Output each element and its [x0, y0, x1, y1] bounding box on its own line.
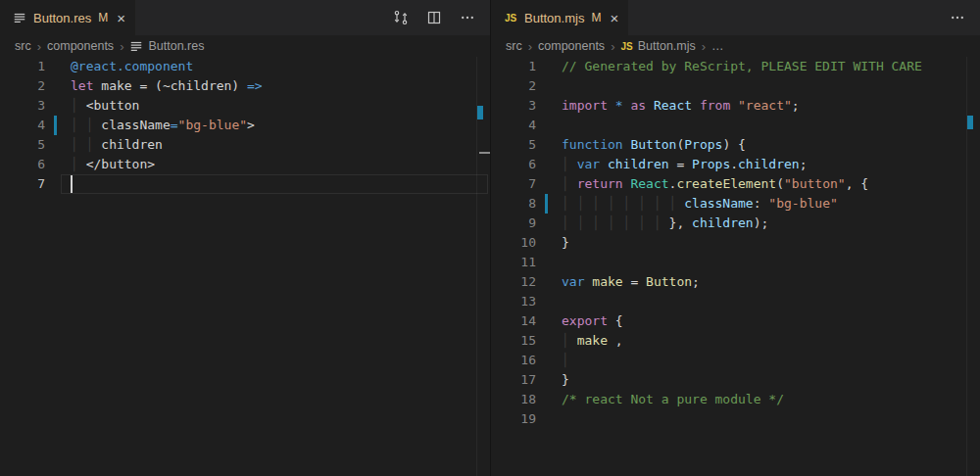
editor-group-left: Button.res M × src›components›Button.res… [0, 0, 490, 476]
editor-actions [949, 0, 980, 35]
line-number: 6 [0, 155, 45, 174]
line-number: 4 [491, 116, 536, 135]
overview-cursor-marker [479, 152, 490, 154]
code-line: 17} [491, 370, 980, 390]
breadcrumb-item[interactable]: src [506, 39, 522, 53]
line-number: 19 [491, 409, 536, 429]
line-number: 18 [491, 390, 536, 409]
line-number: 5 [491, 135, 536, 155]
editor-group-right: JS Button.mjs M × src›components›JSButto… [490, 0, 980, 476]
line-number: 8 [491, 194, 536, 214]
breadcrumb-separator: › [528, 39, 532, 54]
code-line: 10} [491, 233, 980, 253]
modified-badge: M [591, 11, 601, 24]
breadcrumb-item[interactable]: JSButton.mjs [620, 39, 695, 53]
breadcrumb-separator: › [37, 39, 41, 54]
tab-bar: JS Button.mjs M × [491, 0, 980, 35]
line-number: 17 [491, 370, 536, 390]
code-line: 16│ [491, 351, 980, 370]
breadcrumb-separator: › [702, 39, 706, 54]
line-number: 6 [491, 155, 536, 174]
line-number: 2 [491, 76, 536, 96]
line-number: 7 [491, 174, 536, 194]
code-line: 1@react.component [0, 57, 490, 76]
editor-actions [392, 0, 490, 35]
code-line: 6│ </button> [0, 155, 490, 174]
close-icon[interactable]: × [610, 11, 618, 25]
breadcrumb-item[interactable]: … [711, 39, 724, 53]
code-line: 8│ │ │ │ │ │ │ │ className: "bg-blue" [491, 194, 980, 214]
line-number: 15 [491, 331, 536, 351]
breadcrumb-item[interactable]: components [538, 39, 605, 53]
code-line: 6│ var children = Props.children; [491, 155, 980, 174]
line-number: 4 [0, 116, 45, 135]
breadcrumb-item[interactable]: components [47, 39, 114, 53]
line-number: 1 [0, 57, 45, 76]
code-line: 4│ │ className="bg-blue"> [0, 116, 490, 135]
tab-label: Button.res [33, 11, 91, 25]
line-number: 14 [491, 311, 536, 331]
tab-label: Button.mjs [524, 11, 584, 25]
code-line: 15│ make , [491, 331, 980, 351]
tab-button-mjs[interactable]: JS Button.mjs M × [491, 0, 628, 35]
overview-ruler-border [476, 57, 477, 476]
vscode-editor-groups: Button.res M × src›components›Button.res… [0, 0, 980, 476]
overview-modified-marker [967, 116, 973, 129]
line-number: 2 [0, 76, 45, 96]
breadcrumb: src›components›Button.res [0, 35, 490, 57]
code-line: 19 [491, 409, 980, 429]
code-editor-mjs[interactable]: 1// Generated by ReScript, PLEASE EDIT W… [491, 57, 980, 476]
more-actions-icon[interactable] [949, 9, 966, 26]
code-line: 2 [491, 76, 980, 96]
code-line: 9│ │ │ │ │ │ │ }, children); [491, 214, 980, 233]
compare-changes-icon[interactable] [392, 9, 410, 26]
line-number: 13 [491, 292, 536, 311]
modified-badge: M [98, 11, 108, 24]
line-number: 16 [491, 351, 536, 370]
line-number: 1 [491, 57, 536, 76]
split-editor-icon[interactable] [425, 9, 443, 26]
breadcrumb-item[interactable]: Button.res [129, 39, 204, 53]
text-cursor [71, 175, 73, 193]
close-icon[interactable]: × [117, 11, 125, 25]
code-line: 5function Button(Props) { [491, 135, 980, 155]
file-lines-icon [12, 10, 27, 25]
line-number: 7 [0, 174, 45, 194]
code-line: 13 [491, 292, 980, 311]
tab-button-res[interactable]: Button.res M × [0, 0, 135, 35]
code-line: 12var make = Button; [491, 272, 980, 292]
code-line: 7 [0, 174, 490, 194]
breadcrumb-separator: › [120, 39, 123, 54]
code-line: 1// Generated by ReScript, PLEASE EDIT W… [491, 57, 980, 76]
code-line: 7│ return React.createElement("button", … [491, 174, 980, 194]
line-number: 12 [491, 272, 536, 292]
js-icon: JS [620, 41, 632, 52]
line-number: 9 [491, 214, 536, 233]
gutter-modified-indicator [54, 116, 57, 135]
breadcrumb-item[interactable]: src [15, 39, 31, 53]
tab-bar: Button.res M × [0, 0, 490, 35]
line-number: 5 [0, 135, 45, 155]
code-line: 5│ │ children [0, 135, 490, 155]
code-line: 2let make = (~children) => [0, 76, 490, 96]
breadcrumb-separator: › [611, 39, 614, 54]
overview-modified-marker [477, 106, 483, 119]
code-line: 3│ <button [0, 96, 490, 116]
line-number: 10 [491, 233, 536, 253]
js-icon: JS [503, 10, 518, 25]
code-line: 18/* react Not a pure module */ [491, 390, 980, 409]
code-line: 4 [491, 116, 980, 135]
code-editor-res[interactable]: 1@react.component2let make = (~children)… [0, 57, 490, 476]
line-number: 11 [491, 253, 536, 272]
file-lines-icon [129, 39, 143, 53]
line-number: 3 [491, 96, 536, 116]
line-number: 3 [0, 96, 45, 116]
gutter-modified-indicator [545, 194, 548, 214]
code-line: 3import * as React from "react"; [491, 96, 980, 116]
breadcrumb: src›components›JSButton.mjs›… [491, 35, 980, 57]
more-actions-icon[interactable] [459, 9, 476, 26]
code-line: 11 [491, 253, 980, 272]
code-line: 14export { [491, 311, 980, 331]
